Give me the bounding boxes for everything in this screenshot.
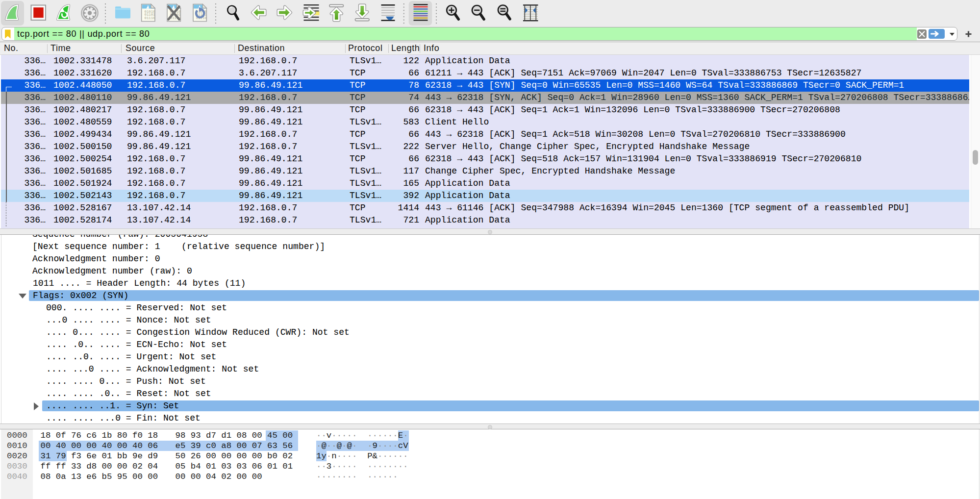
- svg-text:01110: 01110: [145, 16, 155, 20]
